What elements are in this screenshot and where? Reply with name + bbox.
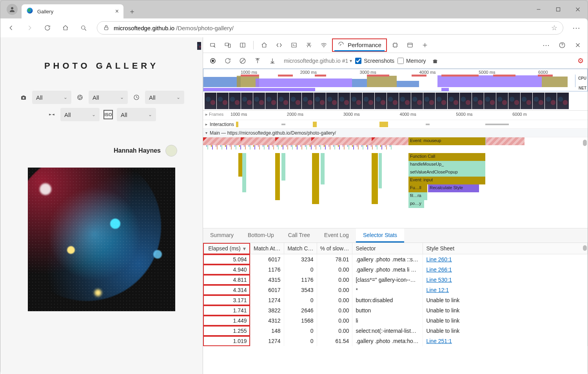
tab-call-tree[interactable]: Call Tree xyxy=(281,228,317,243)
devtools-more-button[interactable]: ⋯ xyxy=(540,41,553,49)
screenshot-thumb[interactable] xyxy=(253,93,265,109)
screenshots-checkbox[interactable]: Screenshots xyxy=(355,58,394,64)
screenshot-thumb[interactable] xyxy=(205,93,216,109)
reload-record-button[interactable] xyxy=(222,55,234,67)
inspect-icon[interactable] xyxy=(206,38,220,52)
gallery-photo[interactable] xyxy=(28,168,175,311)
browser-tab[interactable]: Gallery × xyxy=(22,4,123,18)
col-pct[interactable]: % of slow… xyxy=(317,243,352,254)
flame-chart[interactable]: Task Event: mouseup Function Call handle… xyxy=(203,137,588,228)
stats-scrollbar[interactable] xyxy=(583,245,587,251)
screenshot-thumb[interactable] xyxy=(484,93,496,109)
table-row[interactable]: 1.741382226460.00buttonUnable to link xyxy=(203,305,588,316)
screenshot-thumb[interactable] xyxy=(338,93,350,109)
minimize-button[interactable] xyxy=(529,0,548,18)
flame-chart-area[interactable]: ▸ Frames 1000 ms2000 ms3000 ms4000 ms500… xyxy=(203,110,588,228)
panel-welcome-icon[interactable] xyxy=(258,38,271,52)
interactions-row[interactable]: ▸ Interactions xyxy=(203,120,588,129)
filter-iso-select[interactable]: All⌄ xyxy=(117,108,156,121)
new-tab-button[interactable]: ＋ xyxy=(125,4,139,18)
performance-settings-button[interactable]: ⚙ xyxy=(577,57,584,65)
filter-camera-select[interactable]: All⌄ xyxy=(32,91,71,104)
stylesheet-link[interactable]: Line 12:1 xyxy=(426,287,449,293)
device-toggle-icon[interactable] xyxy=(221,38,234,52)
back-button[interactable] xyxy=(4,20,19,36)
table-row[interactable]: 1.0191274061.54.gallery .photo .meta:ho…… xyxy=(203,336,588,346)
screenshot-thumb[interactable] xyxy=(423,93,435,109)
dock-icon[interactable] xyxy=(236,38,249,52)
maximize-button[interactable] xyxy=(548,0,568,18)
panel-performance-active[interactable]: Performance xyxy=(332,38,387,52)
screenshot-thumb[interactable] xyxy=(436,93,447,109)
panel-application-icon[interactable] xyxy=(403,38,417,52)
screenshot-thumb[interactable] xyxy=(557,93,569,109)
col-attempts[interactable]: Match At… xyxy=(250,243,284,254)
tab-event-log[interactable]: Event Log xyxy=(317,228,356,243)
screenshot-thumb[interactable] xyxy=(508,93,520,109)
table-row[interactable]: 1.25514800.00select:not(:-internal-list…… xyxy=(203,326,588,336)
panel-memory-icon[interactable] xyxy=(388,38,402,52)
screenshot-filmstrip[interactable] xyxy=(203,91,588,110)
flame-scrollbar[interactable] xyxy=(583,140,587,146)
screenshot-thumb[interactable] xyxy=(229,93,241,109)
tab-selector-stats[interactable]: Selector Stats xyxy=(356,228,404,243)
filter-aperture-select[interactable]: All⌄ xyxy=(89,91,128,104)
screenshot-thumb[interactable] xyxy=(302,93,314,109)
panel-elements-icon[interactable] xyxy=(272,38,286,52)
profile-button[interactable] xyxy=(7,4,18,15)
screenshot-thumb[interactable] xyxy=(278,93,289,109)
forward-button[interactable] xyxy=(22,20,37,36)
add-panel-button[interactable] xyxy=(418,38,432,52)
devtools-help-button[interactable] xyxy=(555,38,569,52)
favorite-icon[interactable]: ☆ xyxy=(551,24,557,32)
browser-more-button[interactable]: ⋯ xyxy=(569,20,584,36)
filter-focal-select[interactable]: All⌄ xyxy=(60,108,100,121)
screenshot-thumb[interactable] xyxy=(375,93,387,109)
screenshot-thumb[interactable] xyxy=(326,93,338,109)
screenshot-thumb[interactable] xyxy=(545,93,557,109)
screenshot-thumb[interactable] xyxy=(399,93,411,109)
screenshot-thumb[interactable] xyxy=(387,93,399,109)
stylesheet-link[interactable]: Line 530:1 xyxy=(426,277,452,283)
filter-exposure-select[interactable]: All⌄ xyxy=(145,91,184,104)
screenshot-thumb[interactable] xyxy=(448,93,459,109)
upload-profile-button[interactable] xyxy=(252,55,263,67)
screenshot-thumb[interactable] xyxy=(217,93,229,109)
tab-close-icon[interactable]: × xyxy=(115,8,119,15)
panel-sources-icon[interactable] xyxy=(302,38,316,52)
panel-console-icon[interactable] xyxy=(287,38,301,52)
col-stylesheet[interactable]: Style Sheet xyxy=(423,243,588,254)
main-thread-row[interactable]: ▾ Main — https://microsoftedge.github.io… xyxy=(203,129,588,137)
page-viewport[interactable]: PHOTO GALLERY All⌄ All⌄ All⌄ xyxy=(0,37,203,374)
screenshot-thumb[interactable] xyxy=(460,93,472,109)
tab-summary[interactable]: Summary xyxy=(203,228,241,243)
screenshot-thumb[interactable] xyxy=(290,93,301,109)
clear-button[interactable] xyxy=(237,55,249,67)
col-selector[interactable]: Selector xyxy=(352,243,423,254)
screenshot-thumb[interactable] xyxy=(363,93,374,109)
download-profile-button[interactable] xyxy=(267,55,278,67)
home-button[interactable] xyxy=(58,20,73,36)
screenshot-thumb[interactable] xyxy=(265,93,277,109)
screenshot-thumb[interactable] xyxy=(472,93,484,109)
close-window-button[interactable] xyxy=(568,0,588,18)
screenshot-thumb[interactable] xyxy=(350,93,362,109)
table-row[interactable]: 5.0946017323478.01.gallery .photo .meta … xyxy=(203,254,588,265)
refresh-button[interactable] xyxy=(40,20,55,36)
timeline-overview[interactable]: 1000 ms2000 ms3000 ms4000 ms5000 ms6000 … xyxy=(203,69,588,91)
screenshot-thumb[interactable] xyxy=(241,93,253,109)
table-row[interactable]: 4.940117600.00.gallery .photo .meta li …… xyxy=(203,265,588,275)
page-scrollbar[interactable] xyxy=(197,40,201,372)
stylesheet-link[interactable]: Line 260:1 xyxy=(426,256,452,263)
devtools-close-button[interactable] xyxy=(571,38,584,52)
tab-bottom-up[interactable]: Bottom-Up xyxy=(241,228,281,243)
col-elapsed[interactable]: Elapsed (ms) ▼ xyxy=(203,243,250,254)
memory-checkbox[interactable]: Memory xyxy=(397,58,426,64)
table-row[interactable]: 3.171127400.00button:disabledUnable to l… xyxy=(203,295,588,305)
screenshot-thumb[interactable] xyxy=(521,93,532,109)
screenshot-thumb[interactable] xyxy=(314,93,326,109)
screenshot-thumb[interactable] xyxy=(411,93,423,109)
table-row[interactable]: 1.449431215680.00liUnable to link xyxy=(203,316,588,326)
selector-stats-table[interactable]: Elapsed (ms) ▼ Match At… Match C… % of s… xyxy=(203,243,588,374)
gc-button[interactable] xyxy=(429,55,441,67)
